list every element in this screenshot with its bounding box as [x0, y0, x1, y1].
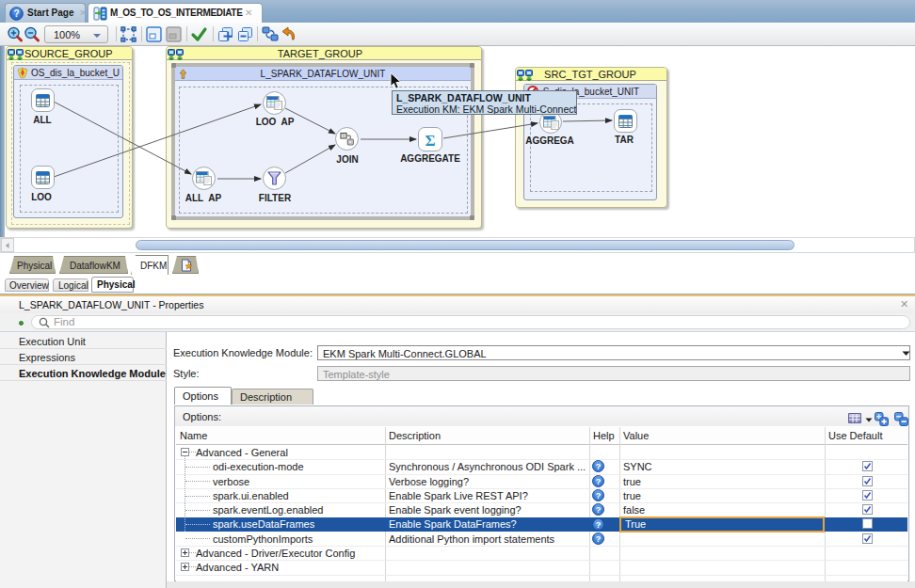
svg-text:?: ? [596, 477, 602, 486]
svg-text:?: ? [596, 462, 602, 471]
svg-text:?: ? [596, 520, 602, 530]
svg-text:Σ: Σ [425, 132, 435, 150]
svg-text:?: ? [596, 491, 602, 501]
svg-text:?: ? [13, 8, 19, 19]
svg-text:?: ? [596, 534, 602, 544]
svg-text:?: ? [596, 505, 602, 515]
